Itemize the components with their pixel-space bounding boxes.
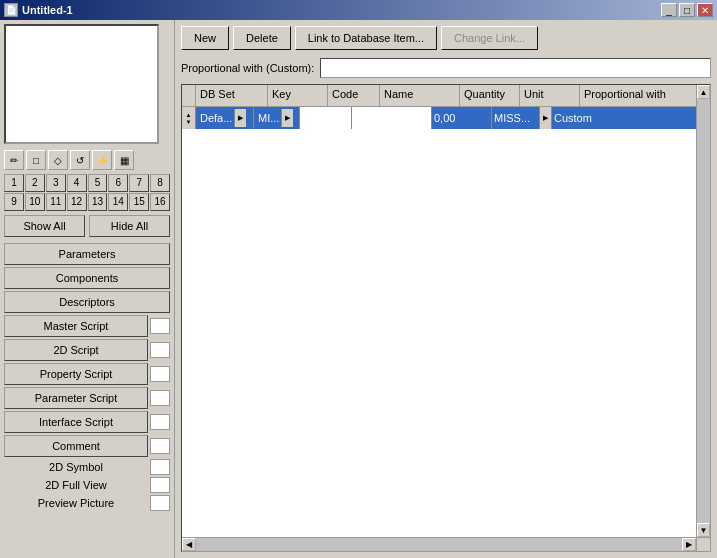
db-set-value: Defa... — [198, 112, 234, 124]
left-panel: ✏ □ ◇ ↺ ⚡ ▦ 1 2 3 4 5 6 7 8 9 10 11 12 1… — [0, 20, 175, 558]
num-13[interactable]: 13 — [88, 193, 108, 211]
num-11[interactable]: 11 — [46, 193, 66, 211]
proportional-input[interactable] — [320, 58, 711, 78]
2d-symbol-row: 2D Symbol — [4, 459, 170, 475]
parameter-script-button[interactable]: Parameter Script — [4, 387, 148, 409]
cell-key: MI... ▶ — [254, 107, 300, 129]
nav-up-icon: ▲ — [186, 112, 192, 118]
interface-script-row: Interface Script — [4, 411, 170, 433]
scroll-left-button[interactable]: ◀ — [182, 538, 196, 551]
num-9[interactable]: 9 — [4, 193, 24, 211]
horizontal-scrollbar[interactable]: ◀ ▶ — [182, 537, 696, 551]
unit-dropdown[interactable]: MISS... ▶ — [492, 107, 551, 129]
components-button[interactable]: Components — [4, 267, 170, 289]
col-key: Key — [268, 85, 328, 106]
maximize-button[interactable]: □ — [679, 3, 695, 17]
scroll-up-button[interactable]: ▲ — [697, 85, 710, 99]
cell-proportional: Custom ▶ — [552, 107, 710, 129]
scroll-track-h — [196, 538, 682, 551]
preview-picture-label: Preview Picture — [4, 497, 148, 509]
right-panel: New Delete Link to Database Item... Chan… — [175, 20, 717, 558]
proportional-value: Custom — [552, 112, 697, 124]
new-button[interactable]: New — [181, 26, 229, 50]
cell-db-set: Defa... ▶ — [196, 107, 254, 129]
data-table: DB Set Key Code Name Quantity Unit Propo… — [181, 84, 711, 552]
col-code: Code — [328, 85, 380, 106]
num-10[interactable]: 10 — [25, 193, 45, 211]
num-14[interactable]: 14 — [108, 193, 128, 211]
comment-button[interactable]: Comment — [4, 435, 148, 457]
num-5[interactable]: 5 — [88, 174, 108, 192]
property-script-icon — [150, 366, 170, 382]
window-title: Untitled-1 — [22, 4, 73, 16]
num-3[interactable]: 3 — [46, 174, 66, 192]
property-script-row: Property Script — [4, 363, 170, 385]
pencil-tool[interactable]: ✏ — [4, 150, 24, 170]
change-link-button[interactable]: Change Link... — [441, 26, 538, 50]
comment-row: Comment — [4, 435, 170, 457]
2d-symbol-icon — [150, 459, 170, 475]
key-arrow-icon[interactable]: ▶ — [281, 109, 293, 127]
scroll-right-button[interactable]: ▶ — [682, 538, 696, 551]
num-6[interactable]: 6 — [108, 174, 128, 192]
num-7[interactable]: 7 — [129, 174, 149, 192]
property-script-button[interactable]: Property Script — [4, 363, 148, 385]
master-script-button[interactable]: Master Script — [4, 315, 148, 337]
num-16[interactable]: 16 — [150, 193, 170, 211]
parameters-button[interactable]: Parameters — [4, 243, 170, 265]
tool-toolbar: ✏ □ ◇ ↺ ⚡ ▦ — [4, 150, 170, 170]
quantity-value: 0,00 — [434, 112, 455, 124]
num-2[interactable]: 2 — [25, 174, 45, 192]
col-proportional: Proportional with — [580, 85, 710, 106]
rotate-tool[interactable]: ↺ — [70, 150, 90, 170]
close-button[interactable]: ✕ — [697, 3, 713, 17]
unit-arrow-icon[interactable]: ▶ — [539, 107, 551, 129]
scroll-corner — [696, 537, 710, 551]
2d-script-icon — [150, 342, 170, 358]
num-12[interactable]: 12 — [67, 193, 87, 211]
show-hide-row: Show All Hide All — [4, 215, 170, 237]
master-script-row: Master Script — [4, 315, 170, 337]
grid-tool[interactable]: ▦ — [114, 150, 134, 170]
lightning-tool[interactable]: ⚡ — [92, 150, 112, 170]
main-container: ✏ □ ◇ ↺ ⚡ ▦ 1 2 3 4 5 6 7 8 9 10 11 12 1… — [0, 20, 717, 558]
descriptors-button[interactable]: Descriptors — [4, 291, 170, 313]
cell-quantity[interactable]: 0,00 — [432, 107, 492, 129]
scroll-down-button[interactable]: ▼ — [697, 523, 710, 537]
hide-all-button[interactable]: Hide All — [89, 215, 170, 237]
link-to-db-button[interactable]: Link to Database Item... — [295, 26, 437, 50]
key-dropdown[interactable]: MI... ▶ — [256, 109, 293, 127]
2d-script-row: 2D Script — [4, 339, 170, 361]
rect-tool[interactable]: □ — [26, 150, 46, 170]
db-set-arrow-icon[interactable]: ▶ — [234, 109, 246, 127]
proportional-dropdown[interactable]: Custom ▶ — [552, 107, 709, 129]
app-icon: 📄 — [4, 3, 18, 17]
delete-button[interactable]: Delete — [233, 26, 291, 50]
number-grid: 1 2 3 4 5 6 7 8 9 10 11 12 13 14 15 16 — [4, 174, 170, 211]
num-1[interactable]: 1 — [4, 174, 24, 192]
2d-full-view-icon — [150, 477, 170, 493]
col-quantity: Quantity — [460, 85, 520, 106]
vertical-scrollbar[interactable]: ▲ ▼ — [696, 85, 710, 537]
cell-code[interactable] — [300, 107, 352, 129]
minimize-button[interactable]: _ — [661, 3, 677, 17]
parameter-script-icon — [150, 390, 170, 406]
comment-icon — [150, 438, 170, 454]
show-all-button[interactable]: Show All — [4, 215, 85, 237]
preview-picture-row: Preview Picture — [4, 495, 170, 511]
table-header: DB Set Key Code Name Quantity Unit Propo… — [182, 85, 710, 107]
col-db-set: DB Set — [196, 85, 268, 106]
num-15[interactable]: 15 — [129, 193, 149, 211]
preview-picture-icon — [150, 495, 170, 511]
row-nav[interactable]: ▲ ▼ — [182, 107, 196, 129]
cell-name[interactable] — [352, 107, 432, 129]
poly-tool[interactable]: ◇ — [48, 150, 68, 170]
num-4[interactable]: 4 — [67, 174, 87, 192]
interface-script-icon — [150, 414, 170, 430]
2d-full-view-label: 2D Full View — [4, 479, 148, 491]
2d-script-button[interactable]: 2D Script — [4, 339, 148, 361]
nav-down-icon: ▼ — [186, 119, 192, 125]
interface-script-button[interactable]: Interface Script — [4, 411, 148, 433]
db-set-dropdown[interactable]: Defa... ▶ — [198, 109, 246, 127]
num-8[interactable]: 8 — [150, 174, 170, 192]
